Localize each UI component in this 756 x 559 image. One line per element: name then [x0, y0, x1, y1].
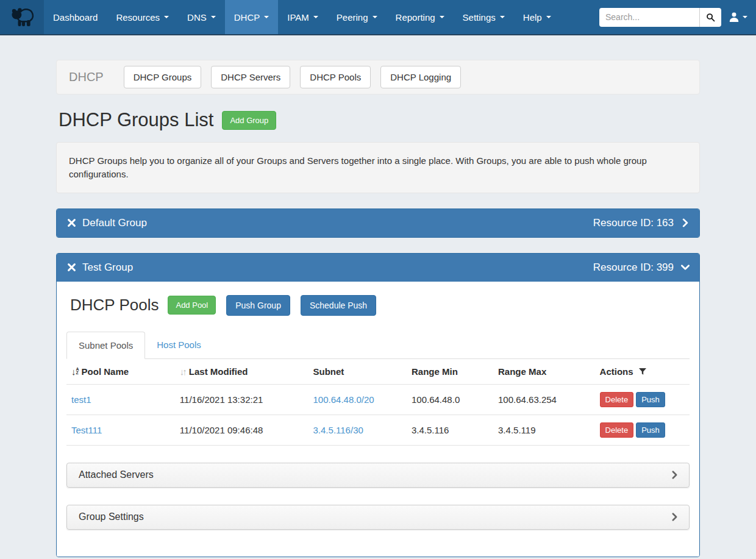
breadcrumb-panel: DHCP DHCP Groups DHCP Servers DHCP Pools…	[56, 60, 700, 94]
range-min-cell: 3.4.5.116	[407, 415, 493, 445]
nav-item-reporting[interactable]: Reporting	[387, 0, 454, 34]
search-icon	[706, 13, 715, 22]
nav-item-dashboard[interactable]: Dashboard	[44, 0, 107, 34]
dhcp-logging-button[interactable]: DHCP Logging	[380, 66, 461, 88]
sort-icon: ↓↑	[180, 366, 185, 377]
pool-name-link[interactable]: Test111	[71, 425, 102, 435]
accordion-label: Attached Servers	[79, 469, 154, 480]
nav-item-ipam[interactable]: IPAM	[278, 0, 327, 34]
nav-label: Dashboard	[53, 12, 98, 23]
nav-label: Help	[523, 12, 542, 23]
pools-table: ↓AZPool Name ↓↑Last Modified Subnet Rang…	[66, 359, 690, 446]
caret-down-icon	[164, 16, 169, 18]
group-panel-default: Default Group Resource ID: 163	[56, 208, 700, 238]
nav-item-help[interactable]: Help	[514, 0, 560, 34]
search-button[interactable]	[699, 8, 721, 27]
caret-down-icon	[500, 16, 505, 18]
group-name: Test Group	[82, 262, 133, 274]
push-group-button[interactable]: Push Group	[226, 295, 290, 316]
nav-label: DNS	[187, 12, 207, 23]
nav-label: Resources	[116, 12, 160, 23]
chevron-right-icon	[672, 471, 677, 479]
caret-down-icon	[211, 16, 216, 18]
schedule-push-button[interactable]: Schedule Push	[301, 295, 376, 316]
tab-host-pools[interactable]: Host Pools	[145, 332, 213, 358]
user-menu-button[interactable]	[729, 12, 747, 23]
pool-name-link[interactable]: test1	[71, 394, 91, 405]
add-group-button[interactable]: Add Group	[222, 111, 276, 130]
push-button[interactable]: Push	[636, 392, 665, 407]
push-button[interactable]: Push	[636, 422, 665, 438]
nav-item-settings[interactable]: Settings	[454, 0, 514, 34]
nav-label: Reporting	[396, 12, 435, 23]
chevron-right-icon	[672, 513, 677, 521]
search-input[interactable]	[599, 8, 699, 27]
navbar-right	[599, 0, 756, 34]
subnet-link[interactable]: 3.4.5.116/30	[313, 425, 363, 435]
caret-down-icon	[440, 16, 444, 18]
range-max-cell: 3.4.5.119	[493, 415, 595, 445]
range-max-cell: 100.64.63.254	[493, 384, 595, 415]
pools-tabs: Subnet Pools Host Pools	[66, 332, 690, 359]
column-label: Range Max	[498, 366, 546, 377]
delete-group-icon[interactable]	[68, 219, 76, 227]
main-nav: Dashboard Resources DNS DHCP IPAM Peerin…	[44, 0, 560, 34]
column-range-max[interactable]: Range Max	[493, 359, 595, 385]
table-header-row: ↓AZPool Name ↓↑Last Modified Subnet Rang…	[66, 359, 690, 385]
sort-alpha-icon: ↓AZ	[71, 367, 79, 376]
pools-title: DHCP Pools	[70, 296, 159, 315]
resource-id-label: Resource ID: 163	[593, 217, 674, 229]
group-header-test[interactable]: Test Group Resource ID: 399	[57, 254, 699, 282]
column-last-modified[interactable]: ↓↑Last Modified	[175, 359, 308, 385]
caret-down-icon	[743, 16, 747, 18]
nav-item-resources[interactable]: Resources	[107, 0, 178, 34]
group-name: Default Group	[82, 217, 147, 229]
group-panel-body: DHCP Pools Add Pool Push Group Schedule …	[57, 282, 699, 557]
column-label: Range Min	[412, 366, 458, 377]
resource-id-label: Resource ID: 399	[593, 262, 674, 274]
user-icon	[729, 12, 740, 23]
description-well: DHCP Groups help you to organize all of …	[56, 142, 700, 193]
column-subnet[interactable]: Subnet	[308, 359, 407, 385]
column-pool-name[interactable]: ↓AZPool Name	[66, 359, 175, 385]
group-panel-test: Test Group Resource ID: 399 DHCP Pools A…	[56, 253, 700, 557]
table-row: test1 11/16/2021 13:32:21 100.64.48.0/20…	[66, 384, 690, 415]
accordion-group-settings[interactable]: Group Settings	[66, 505, 690, 530]
nav-label: Peering	[337, 12, 368, 23]
table-row: Test111 11/10/2021 09:46:48 3.4.5.116/30…	[66, 415, 690, 445]
column-label: Subnet	[313, 366, 344, 377]
nav-item-peering[interactable]: Peering	[327, 0, 387, 34]
caret-down-icon	[264, 16, 269, 18]
dhcp-pools-button[interactable]: DHCP Pools	[300, 66, 371, 88]
add-pool-button[interactable]: Add Pool	[168, 296, 216, 315]
filter-icon[interactable]	[639, 368, 646, 376]
column-label: Actions	[600, 366, 633, 377]
description-text: DHCP Groups help you to organize all of …	[69, 154, 685, 181]
delete-button[interactable]: Delete	[600, 422, 634, 438]
delete-button[interactable]: Delete	[600, 392, 634, 407]
breadcrumb-title: DHCP	[69, 70, 104, 84]
accordion-label: Group Settings	[79, 511, 144, 522]
dhcp-servers-button[interactable]: DHCP Servers	[211, 66, 290, 88]
chevron-down-icon	[681, 265, 690, 271]
column-actions[interactable]: Actions	[595, 359, 690, 385]
nav-item-dhcp[interactable]: DHCP	[225, 0, 279, 34]
tab-subnet-pools[interactable]: Subnet Pools	[66, 332, 145, 359]
range-min-cell: 100.64.48.0	[407, 384, 493, 415]
delete-group-icon[interactable]	[68, 263, 76, 271]
nav-label: Settings	[463, 12, 496, 23]
column-label: Pool Name	[82, 366, 129, 377]
last-modified-cell: 11/10/2021 09:46:48	[175, 415, 308, 445]
last-modified-cell: 11/16/2021 13:32:21	[175, 384, 308, 415]
accordion-attached-servers[interactable]: Attached Servers	[66, 463, 690, 488]
group-header-default[interactable]: Default Group Resource ID: 163	[57, 209, 699, 237]
dhcp-groups-button[interactable]: DHCP Groups	[124, 66, 202, 88]
panda-logo-icon	[8, 5, 36, 29]
caret-down-icon	[373, 16, 377, 18]
caret-down-icon	[546, 16, 551, 18]
chevron-right-icon	[682, 218, 688, 227]
column-range-min[interactable]: Range Min	[407, 359, 493, 385]
brand-logo[interactable]	[0, 0, 44, 34]
subnet-link[interactable]: 100.64.48.0/20	[313, 394, 374, 405]
nav-item-dns[interactable]: DNS	[178, 0, 225, 34]
